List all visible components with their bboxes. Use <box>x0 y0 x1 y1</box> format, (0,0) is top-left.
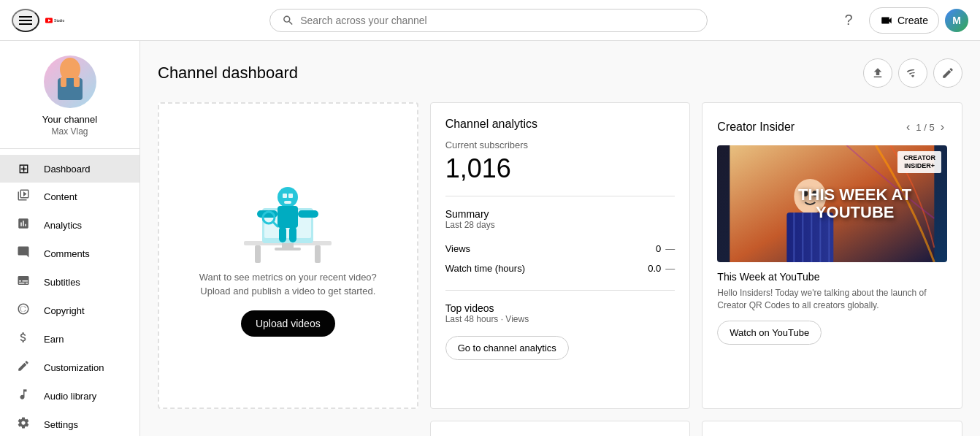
earn-icon <box>15 331 32 348</box>
creator-next-button[interactable]: › <box>938 118 947 137</box>
youtube-studio-logo[interactable]: Studio <box>45 12 69 28</box>
subscribers-count: 1,016 <box>445 153 675 184</box>
watch-time-trend: — <box>665 263 675 274</box>
page-title-actions <box>863 58 962 88</box>
go-to-analytics-button[interactable]: Go to channel analytics <box>445 336 569 360</box>
sidebar-item-subtitles[interactable]: Subtitles <box>0 268 139 297</box>
search-box <box>269 9 708 32</box>
creator-insider-card: Creator Insider ‹ 1 / 5 › <box>702 102 962 409</box>
customization-icon <box>15 359 32 376</box>
earn-label: Earn <box>44 334 64 345</box>
bottom-grid: Recent subscribers Lifetime C cải Cúc 5 … <box>158 421 962 436</box>
svg-point-17 <box>277 187 298 207</box>
watch-time-label: Watch time (hours) <box>445 263 525 274</box>
broadcast-button[interactable] <box>898 58 927 88</box>
sidebar-item-content[interactable]: Content <box>0 183 139 211</box>
topnav-search <box>143 9 834 32</box>
creator-nav-current: 1 / 5 <box>916 122 934 133</box>
channel-avatar-illustration <box>52 56 88 107</box>
top-videos-title: Top videos <box>445 302 675 314</box>
svg-rect-8 <box>61 77 66 87</box>
dashboard-icon: ⊞ <box>15 161 32 177</box>
sidebar-navigation: ⊞ Dashboard Content Analytics Comments <box>0 149 139 436</box>
svg-rect-16 <box>275 248 301 250</box>
summary-section: Summary Last 28 days Views 0 — Watch tim… <box>445 196 675 278</box>
audio-library-icon <box>15 388 32 405</box>
svg-rect-22 <box>289 226 296 242</box>
upload-button[interactable] <box>863 58 892 88</box>
sidebar-channel-info: Your channel Max Vlag <box>0 41 139 149</box>
topnav-right: ? Create M <box>834 6 968 35</box>
analytics-card-title: Channel analytics <box>445 118 675 131</box>
upload-illustration <box>229 175 346 270</box>
svg-rect-0 <box>19 16 32 18</box>
copyright-label: Copyright <box>44 305 85 316</box>
create-label: Create <box>897 15 928 26</box>
comments-label: Comments <box>44 248 90 259</box>
creator-card-header: Creator Insider ‹ 1 / 5 › <box>717 118 947 137</box>
creator-video-title: This Week at YouTube <box>717 271 947 283</box>
content-label: Content <box>44 191 77 202</box>
top-navigation: Studio ? Create M <box>0 0 980 41</box>
content-icon <box>15 188 32 205</box>
summary-period: Last 28 days <box>445 220 675 230</box>
svg-rect-25 <box>284 201 291 204</box>
creator-prev-button[interactable]: ‹ <box>903 118 913 137</box>
svg-text:Studio: Studio <box>54 18 64 22</box>
search-input[interactable] <box>300 15 695 26</box>
user-avatar[interactable]: M <box>945 9 968 32</box>
svg-rect-12 <box>315 245 321 263</box>
analytics-label: Analytics <box>44 220 82 231</box>
watch-on-youtube-button[interactable]: Watch on YouTube <box>717 321 822 345</box>
upload-icon <box>871 66 884 80</box>
svg-rect-2 <box>19 23 32 25</box>
svg-rect-9 <box>74 77 80 87</box>
create-button[interactable]: Create <box>869 7 939 34</box>
dashboard-label: Dashboard <box>44 164 91 175</box>
creator-thumbnail[interactable]: THIS WEEK AT YOUTUBE CREATOR INSIDER+ <box>717 145 947 262</box>
creator-nav: ‹ 1 / 5 › <box>903 118 947 137</box>
svg-rect-11 <box>255 245 261 263</box>
sidebar-item-audio-library[interactable]: Audio library <box>0 382 139 410</box>
edit-icon <box>941 66 954 80</box>
copyright-icon <box>15 302 32 319</box>
search-icon <box>282 14 294 27</box>
sidebar-item-comments[interactable]: Comments <box>0 240 139 268</box>
views-trend: — <box>665 243 675 254</box>
top-videos-section: Top videos Last 48 hours · Views Go to c… <box>445 290 675 360</box>
svg-rect-24 <box>288 194 293 198</box>
views-value: 0 — <box>656 243 675 254</box>
upload-text: Want to see metrics on your recent video… <box>199 270 377 299</box>
sidebar-item-earn[interactable]: Earn <box>0 325 139 353</box>
recent-subscribers-card: Recent subscribers Lifetime C cải Cúc 5 … <box>430 421 691 436</box>
edit-button[interactable] <box>933 58 962 88</box>
bottom-left-spacer <box>158 421 418 436</box>
upload-card: Want to see metrics on your recent video… <box>158 102 418 409</box>
subscribers-label: Current subscribers <box>445 139 675 150</box>
sidebar-item-copyright[interactable]: Copyright <box>0 297 139 325</box>
settings-icon <box>15 416 32 433</box>
svg-rect-20 <box>298 210 318 218</box>
channel-avatar[interactable] <box>44 56 96 108</box>
sidebar-item-settings[interactable]: Settings <box>0 410 139 436</box>
menu-button[interactable] <box>12 9 39 32</box>
creator-badge: CREATOR INSIDER+ <box>897 151 941 173</box>
watch-time-row: Watch time (hours) 0.0 — <box>445 259 675 278</box>
views-row: Views 0 — <box>445 239 675 259</box>
channel-handle: Max Vlag <box>51 126 88 137</box>
upload-videos-button[interactable]: Upload videos <box>241 310 335 337</box>
page-title: Channel dashboard <box>158 64 298 83</box>
sidebar-item-analytics[interactable]: Analytics <box>0 211 139 240</box>
topnav-left: Studio <box>12 9 143 32</box>
comments-icon <box>15 245 32 262</box>
svg-rect-1 <box>19 20 32 21</box>
help-button[interactable]: ? <box>834 6 863 35</box>
channel-name: Your channel <box>42 114 97 125</box>
sidebar-item-dashboard[interactable]: ⊞ Dashboard <box>0 155 139 183</box>
main-content: Channel dashboard <box>140 41 980 436</box>
sidebar-item-customization[interactable]: Customization <box>0 353 139 382</box>
svg-rect-21 <box>279 226 286 242</box>
svg-rect-23 <box>283 194 287 198</box>
analytics-card: Channel analytics Current subscribers 1,… <box>430 102 691 409</box>
analytics-icon <box>15 217 32 234</box>
